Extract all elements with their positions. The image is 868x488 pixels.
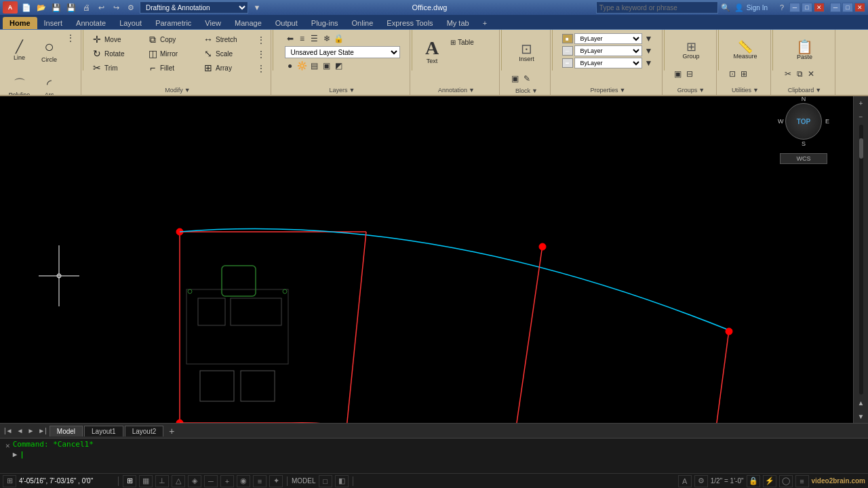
groups-expand-icon[interactable]: ▼ bbox=[698, 87, 705, 94]
tab-parametric[interactable]: Parametric bbox=[149, 17, 198, 29]
lw-toggle[interactable]: ≡ bbox=[253, 475, 267, 487]
tab-view[interactable]: View bbox=[198, 17, 228, 29]
undo-btn[interactable]: ↩ bbox=[95, 1, 107, 14]
modify-options-1[interactable]: ⋮ bbox=[256, 35, 267, 45]
compass-circle[interactable]: TOP N S E W bbox=[785, 103, 822, 140]
tab-output[interactable]: Output bbox=[269, 17, 304, 29]
annotation-expand-icon[interactable]: ▼ bbox=[469, 87, 475, 94]
drawing-canvas[interactable] bbox=[0, 96, 868, 423]
tab-add[interactable]: + bbox=[476, 17, 494, 29]
workspace-selector[interactable]: Drafting & Annotation bbox=[140, 1, 248, 14]
minimize-btn[interactable]: ─ bbox=[789, 3, 800, 12]
tab-manage[interactable]: Manage bbox=[228, 17, 269, 29]
group-options-2[interactable]: ⊟ bbox=[684, 68, 695, 79]
osnap-toggle[interactable]: ◈ bbox=[188, 475, 201, 487]
block-expand-icon[interactable]: ▼ bbox=[532, 87, 538, 94]
tmode-toggle[interactable]: ✦ bbox=[269, 475, 283, 487]
color-dropdown[interactable]: ByLayer bbox=[574, 33, 642, 44]
dyn-toggle[interactable]: ◉ bbox=[237, 475, 250, 487]
tab-home[interactable]: Home bbox=[3, 17, 37, 29]
text-btn[interactable]: A Text bbox=[418, 33, 446, 70]
search-icon[interactable]: 🔍 bbox=[719, 1, 732, 14]
search-input[interactable] bbox=[596, 1, 718, 14]
command-input[interactable] bbox=[20, 450, 863, 459]
rotate-btn[interactable]: ↻ Rotate bbox=[89, 47, 143, 60]
layer-state-btn[interactable]: ☰ bbox=[309, 33, 320, 44]
otrack-toggle[interactable]: ─ bbox=[204, 475, 218, 487]
lock-icon[interactable]: 🔒 bbox=[747, 475, 760, 487]
properties-expand-icon[interactable]: ▼ bbox=[620, 87, 626, 94]
clipboard-delete-btn[interactable]: ✕ bbox=[806, 68, 816, 79]
layer-tools-2[interactable]: 🔆 bbox=[297, 60, 308, 71]
block-editor-btn[interactable]: ✎ bbox=[521, 73, 532, 84]
color-swatch[interactable]: ■ bbox=[562, 34, 573, 43]
tab-annotate[interactable]: Annotate bbox=[69, 17, 113, 29]
inner-close-btn[interactable]: ✕ bbox=[854, 3, 865, 12]
pan-up-btn[interactable]: ▲ bbox=[854, 396, 868, 409]
array-btn[interactable]: ⊞ Array bbox=[200, 61, 254, 75]
ortho-toggle[interactable]: ⊥ bbox=[155, 475, 169, 487]
color-expand-btn[interactable]: ▼ bbox=[644, 33, 654, 44]
stretch-btn[interactable]: ↔ Stretch bbox=[200, 33, 254, 46]
move-btn[interactable]: ✛ Move bbox=[89, 33, 143, 46]
snap-toggle[interactable]: ▦ bbox=[139, 475, 153, 487]
zoom-out-btn[interactable]: − bbox=[854, 110, 868, 123]
zoom-thumb[interactable] bbox=[859, 138, 863, 159]
tab-layout1[interactable]: Layout1 bbox=[84, 426, 123, 436]
save-btn[interactable]: 💾 bbox=[50, 1, 62, 14]
customize-btn[interactable]: ≡ bbox=[795, 475, 809, 487]
layer-lock-btn[interactable]: 🔒 bbox=[334, 33, 344, 44]
clipboard-copy-btn[interactable]: ⧉ bbox=[794, 68, 805, 79]
inner-minimize-btn[interactable]: ─ bbox=[830, 3, 841, 12]
pan-down-btn[interactable]: ▼ bbox=[854, 409, 868, 423]
workspace-toggle[interactable]: ⚙ bbox=[694, 475, 708, 487]
layout-nav-next[interactable]: ► bbox=[26, 427, 35, 434]
zoom-in-btn[interactable]: + bbox=[854, 96, 868, 110]
layer-props-btn[interactable]: ≡ bbox=[297, 33, 308, 44]
copy-btn[interactable]: ⧉ Copy bbox=[144, 33, 199, 46]
polyline-btn[interactable]: ⌒ Polyline bbox=[5, 70, 34, 96]
lineweight-dropdown[interactable]: ByLayer bbox=[574, 58, 642, 68]
layout-nav-last[interactable]: ►| bbox=[37, 427, 48, 434]
info-btn[interactable]: ? bbox=[776, 1, 788, 14]
layout-nav-prev[interactable]: ◄ bbox=[16, 427, 25, 434]
annotation-icon[interactable]: A bbox=[678, 475, 692, 487]
tab-model[interactable]: Model bbox=[50, 426, 83, 436]
insert-btn[interactable]: ⊡ Insert bbox=[510, 33, 544, 71]
layer-tools-4[interactable]: ▣ bbox=[321, 60, 332, 71]
new-btn[interactable]: 📄 bbox=[20, 1, 33, 14]
line-btn[interactable]: ╱ Line bbox=[5, 33, 34, 69]
scale-label[interactable]: 1/2" = 1'-0" bbox=[711, 477, 744, 485]
layers-expand-icon[interactable]: ▼ bbox=[349, 87, 355, 94]
modify-expand-icon[interactable]: ▼ bbox=[184, 87, 191, 94]
tab-insert[interactable]: Insert bbox=[37, 17, 70, 29]
tab-layout2[interactable]: Layout2 bbox=[125, 426, 164, 436]
modify-options-2[interactable]: ⋮ bbox=[256, 49, 267, 60]
layer-freeze-btn[interactable]: ❄ bbox=[321, 33, 332, 44]
paste-btn[interactable]: 📋 Paste bbox=[783, 33, 827, 67]
fillet-btn[interactable]: ⌐ Fillet bbox=[144, 61, 199, 75]
close-command-btn[interactable]: ✕ bbox=[5, 441, 10, 450]
linetype-dropdown[interactable]: ByLayer bbox=[574, 45, 642, 56]
maximize-btn[interactable]: □ bbox=[802, 3, 812, 12]
table-btn[interactable]: ⊞ Table bbox=[448, 35, 495, 49]
modify-options-3[interactable]: ⋮ bbox=[256, 63, 267, 74]
tab-my-tab[interactable]: My tab bbox=[440, 17, 476, 29]
block-create-btn[interactable]: ▣ bbox=[510, 73, 521, 84]
cut-btn[interactable]: ✂ bbox=[783, 68, 793, 79]
canvas-area[interactable]: TOP N S E W WCS + − ▲ ▼ bbox=[0, 96, 868, 423]
group-options-1[interactable]: ▣ bbox=[673, 68, 684, 79]
tab-layout[interactable]: Layout bbox=[113, 17, 149, 29]
model-icon1[interactable]: □ bbox=[319, 475, 332, 487]
grid-toggle[interactable]: ⊞ bbox=[123, 475, 136, 487]
workspace-dropdown-btn[interactable]: ▼ bbox=[251, 1, 263, 14]
group-btn[interactable]: ⊞ Group bbox=[673, 33, 710, 67]
hardware-accel[interactable]: ⚡ bbox=[763, 475, 776, 487]
inner-restore-btn[interactable]: □ bbox=[842, 3, 853, 12]
layer-tools-5[interactable]: ◩ bbox=[334, 60, 344, 71]
open-btn[interactable]: 📂 bbox=[35, 1, 47, 14]
user-icon[interactable]: 👤 bbox=[733, 1, 745, 14]
model-icon2[interactable]: ◧ bbox=[335, 475, 349, 487]
add-layout-btn[interactable]: + bbox=[167, 426, 176, 436]
arc-btn[interactable]: ◜ Arc bbox=[35, 70, 64, 96]
